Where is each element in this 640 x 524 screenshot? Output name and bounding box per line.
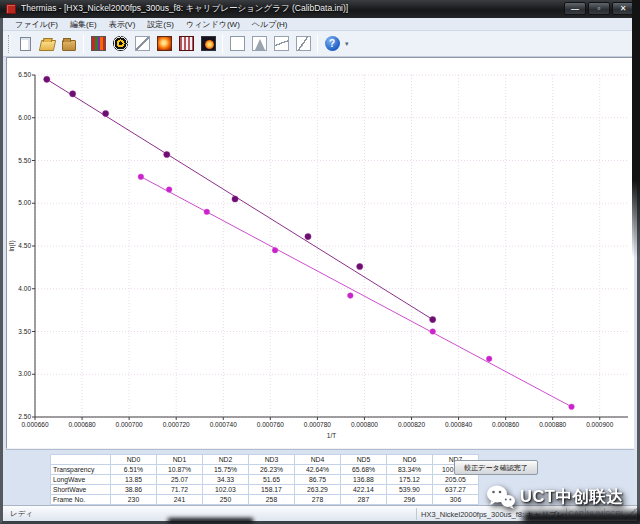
svg-text:3.50: 3.50 [18, 328, 31, 335]
cell-value: 26.23% [249, 465, 295, 475]
cell-value: 51.65 [249, 475, 295, 485]
cell-value: 102.03 [203, 485, 249, 495]
folder-icon [62, 40, 76, 51]
toolbar: ?▾ [3, 31, 637, 57]
cell-value: 230 [111, 495, 157, 505]
title-bar: Thermias - [HX3_Nickel2000fps_300us_f8: … [0, 0, 640, 18]
toolbar-grip-handle[interactable] [8, 35, 11, 53]
close-button[interactable]: ✕ [612, 2, 634, 15]
data-table-button[interactable] [226, 33, 248, 55]
table-row: ShortWave38.8671.72102.03158.17263.29422… [51, 485, 479, 495]
save-file-button[interactable] [58, 33, 80, 55]
table-row: LongWave13.8525.0734.3351.6586.75136.881… [51, 475, 479, 485]
row-label: ShortWave [51, 485, 111, 495]
svg-text:0.000720: 0.000720 [163, 421, 190, 428]
menu-item-4[interactable]: ウィンドウ(W) [180, 18, 246, 31]
svg-text:0.000900: 0.000900 [586, 421, 613, 428]
menu-item-2[interactable]: 表示(V) [103, 18, 142, 31]
svg-text:0.000680: 0.000680 [69, 421, 96, 428]
svg-text:0.000840: 0.000840 [445, 421, 472, 428]
cell-value: 258 [249, 495, 295, 505]
cell-value: 637.27 [433, 485, 479, 495]
thermal2-icon [201, 36, 216, 51]
toolbar-separator [317, 35, 318, 53]
window-title: Thermias - [HX3_Nickel2000fps_300us_f8: … [21, 3, 348, 15]
wechat-icon [486, 484, 516, 510]
hist-icon [252, 36, 267, 51]
svg-text:0.000660: 0.000660 [21, 421, 48, 428]
cell-value: 158.17 [249, 485, 295, 495]
menu-item-5[interactable]: ヘルプ(H) [246, 18, 294, 31]
bad-pixel-map-button[interactable] [175, 33, 197, 55]
svg-text:6.00: 6.00 [18, 114, 31, 121]
open-file-button[interactable] [36, 33, 58, 55]
menu-item-3[interactable]: 設定(S) [141, 18, 180, 31]
calibration-confirm-button[interactable]: 較正データ確認完了 [454, 460, 538, 475]
svg-text:1/T: 1/T [327, 432, 336, 439]
svg-text:5.50: 5.50 [18, 157, 31, 164]
cell-value: 306 [433, 495, 479, 505]
openfolder-icon [38, 40, 55, 51]
svg-text:3.00: 3.00 [18, 370, 31, 377]
cell-value: 296 [387, 495, 433, 505]
nd-table: ND0ND1ND2ND3ND4ND5ND6ND7 Transparency6.5… [50, 454, 479, 505]
sensor-pattern-button[interactable] [87, 33, 109, 55]
calibration-chart: 2.503.003.504.004.505.005.506.006.500.00… [6, 57, 634, 449]
target-calibration-button[interactable] [109, 33, 131, 55]
client-area: 2.503.003.504.004.505.005.506.006.500.00… [3, 57, 637, 505]
app-icon [6, 4, 16, 14]
cell-value: 241 [157, 495, 203, 505]
svg-text:0.000880: 0.000880 [539, 421, 566, 428]
nd-col-header: ND1 [157, 455, 203, 465]
cell-value: 278 [295, 495, 341, 505]
minimize-button[interactable]: — [564, 2, 586, 15]
status-ready-text: レディ [3, 509, 416, 519]
cell-value: 42.64% [295, 465, 341, 475]
screen-edge-shadow [632, 0, 640, 258]
svg-text:4.00: 4.00 [18, 285, 31, 292]
new-file-button[interactable] [14, 33, 36, 55]
nd-col-header: ND5 [341, 455, 387, 465]
watermark: UCT中创联达 [486, 481, 640, 513]
thermal-image-2-button[interactable] [197, 33, 219, 55]
cell-value: 86.75 [295, 475, 341, 485]
svg-text:6.50: 6.50 [18, 71, 31, 78]
thermal1-icon [157, 36, 172, 51]
thermal-image-button[interactable] [153, 33, 175, 55]
cell-value: 539.90 [387, 485, 433, 495]
graph-view-button[interactable] [131, 33, 153, 55]
cell-value: 136.88 [341, 475, 387, 485]
nd-col-header: ND3 [249, 455, 295, 465]
watermark-text: UCT中创联达 [520, 486, 623, 508]
cell-value: 34.33 [203, 475, 249, 485]
nd-col-header: ND4 [295, 455, 341, 465]
app-window: Thermias - [HX3_Nickel2000fps_300us_f8: … [0, 0, 640, 524]
svg-text:0.000780: 0.000780 [304, 421, 331, 428]
svg-text:ln(I): ln(I) [8, 240, 16, 251]
toolbar-separator [222, 35, 223, 53]
menu-item-0[interactable]: ファイル(F) [9, 18, 64, 31]
diag-icon [135, 36, 150, 51]
cell-value: 83.34% [387, 465, 433, 475]
help-icon: ? [325, 36, 340, 51]
histogram-button[interactable] [248, 33, 270, 55]
toolbar-separator [83, 35, 84, 53]
cell-value: 205.05 [433, 475, 479, 485]
chart-plot-area: 2.503.003.504.004.505.005.506.006.500.00… [7, 58, 633, 448]
bullseye-icon [113, 36, 128, 51]
cell-value: 422.14 [341, 485, 387, 495]
cell-value: 13.85 [111, 475, 157, 485]
menu-item-1[interactable]: 編集(E) [64, 18, 103, 31]
svg-text:0.000820: 0.000820 [398, 421, 425, 428]
cell-value: 6.51% [111, 465, 157, 475]
toolbar-overflow-arrow[interactable]: ▾ [345, 40, 349, 48]
help-button[interactable]: ? [321, 33, 343, 55]
menu-bar: ファイル(F)編集(E)表示(V)設定(S)ウィンドウ(W)ヘルプ(H) [3, 18, 637, 31]
calibration-graph-button[interactable] [292, 33, 314, 55]
cell-value: 287 [341, 495, 387, 505]
line-chart-button[interactable] [270, 33, 292, 55]
nd-col-header: ND6 [387, 455, 433, 465]
cell-value: 71.72 [157, 485, 203, 495]
nd-table-header-row: ND0ND1ND2ND3ND4ND5ND6ND7 [51, 455, 479, 465]
maximize-button[interactable]: ▫ [588, 2, 610, 15]
